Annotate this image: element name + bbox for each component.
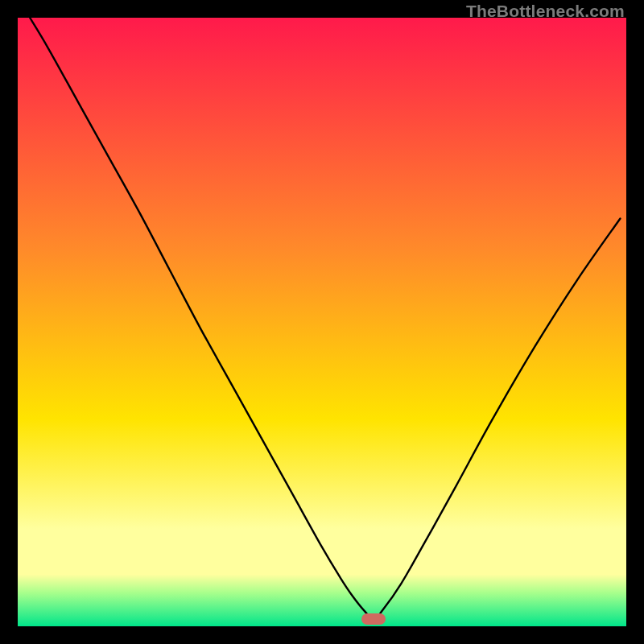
optimal-marker	[361, 613, 386, 625]
plot-area	[18, 18, 626, 626]
svg-rect-0	[18, 18, 626, 626]
chart-frame: TheBottleneck.com	[0, 0, 644, 644]
background-gradient	[18, 18, 626, 626]
watermark-text: TheBottleneck.com	[466, 2, 625, 21]
